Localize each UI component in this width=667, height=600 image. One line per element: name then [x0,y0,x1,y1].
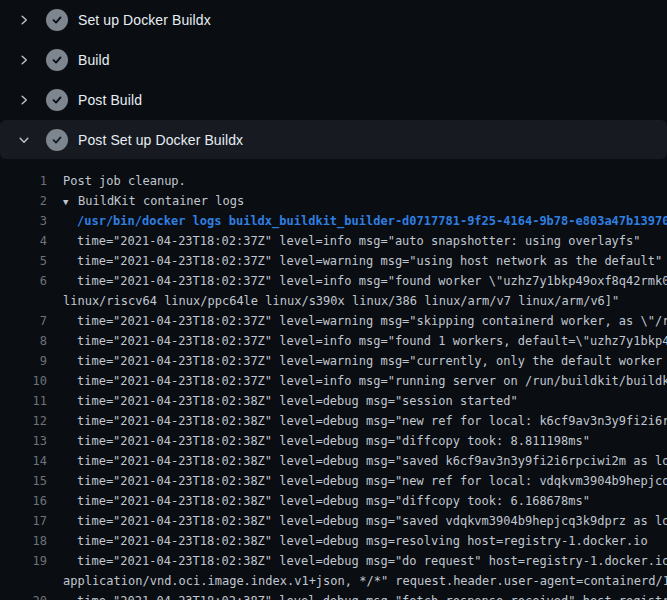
log-group-header[interactable]: ▼BuildKit container logs [47,191,244,211]
log-row: 9time="2021-04-23T18:02:37Z" level=warni… [0,351,667,371]
log-row: 15time="2021-04-23T18:02:38Z" level=debu… [0,471,667,491]
log-line-text: time="2021-04-23T18:02:38Z" level=debug … [47,551,667,571]
log-row: 16time="2021-04-23T18:02:38Z" level=debu… [0,491,667,511]
log-row: 12time="2021-04-23T18:02:38Z" level=debu… [0,411,667,431]
log-line-number[interactable]: 1 [0,171,47,191]
log-row: linux/riscv64 linux/ppc64le linux/s390x … [0,291,667,311]
step-row-set-up-docker-buildx[interactable]: Set up Docker Buildx [0,0,667,40]
log-viewer: 1Post job cleanup.2▼BuildKit container l… [0,159,667,600]
log-line-text: time="2021-04-23T18:02:37Z" level=info m… [47,231,641,251]
log-row: 5time="2021-04-23T18:02:37Z" level=warni… [0,251,667,271]
log-row: 7time="2021-04-23T18:02:37Z" level=warni… [0,311,667,331]
log-line-text: time="2021-04-23T18:02:38Z" level=debug … [47,491,590,511]
log-line-text: time="2021-04-23T18:02:37Z" level=info m… [47,331,667,351]
log-row: 10time="2021-04-23T18:02:37Z" level=info… [0,371,667,391]
log-line-number[interactable]: 20 [0,591,47,600]
log-row: 6time="2021-04-23T18:02:37Z" level=info … [0,271,667,291]
log-row: 8time="2021-04-23T18:02:37Z" level=info … [0,331,667,351]
step-row-post-build[interactable]: Post Build [0,80,667,120]
log-line-text: linux/riscv64 linux/ppc64le linux/s390x … [47,291,619,311]
log-row: 20time="2021-04-23T18:02:38Z" level=debu… [0,591,667,600]
log-line-text: time="2021-04-23T18:02:38Z" level=debug … [47,591,667,600]
log-line-text: time="2021-04-23T18:02:37Z" level=warnin… [47,351,667,371]
log-line-number[interactable]: 11 [0,391,47,411]
chevron-right-icon [12,12,36,28]
log-row: application/vnd.oci.image.index.v1+json,… [0,571,667,591]
success-icon [46,129,68,151]
log-line-text: time="2021-04-23T18:02:37Z" level=info m… [47,271,667,291]
steps-list: Set up Docker Buildx Build Post Build Po… [0,0,667,159]
chevron-down-icon [12,132,36,148]
group-toggle-icon[interactable]: ▼ [63,192,78,212]
log-line-number[interactable]: 7 [0,311,47,331]
log-line-number [0,571,47,591]
step-row-build[interactable]: Build [0,40,667,80]
success-icon [46,49,68,71]
log-row: 3/usr/bin/docker logs buildx_buildkit_bu… [0,211,667,231]
log-line-number[interactable]: 5 [0,251,47,271]
log-row: 13time="2021-04-23T18:02:38Z" level=debu… [0,431,667,451]
chevron-right-icon [12,92,36,108]
log-row: 17time="2021-04-23T18:02:38Z" level=debu… [0,511,667,531]
log-line-number[interactable]: 8 [0,331,47,351]
log-line-text: time="2021-04-23T18:02:38Z" level=debug … [47,531,648,551]
log-line-number[interactable]: 6 [0,271,47,291]
log-line-text: time="2021-04-23T18:02:38Z" level=debug … [47,391,518,411]
log-line-text: application/vnd.oci.image.index.v1+json,… [47,571,667,591]
log-line-text: Post job cleanup. [47,171,186,191]
log-row: 4time="2021-04-23T18:02:37Z" level=info … [0,231,667,251]
log-line-text: time="2021-04-23T18:02:38Z" level=debug … [47,451,667,471]
log-row: 1Post job cleanup. [0,171,667,191]
log-line-number[interactable]: 19 [0,551,47,571]
step-label: Build [78,52,110,68]
success-icon [46,9,68,31]
log-line-number[interactable]: 2 [0,191,47,211]
chevron-right-icon [12,52,36,68]
log-line-text: time="2021-04-23T18:02:37Z" level=warnin… [47,251,662,271]
success-icon [46,89,68,111]
log-line-number[interactable]: 4 [0,231,47,251]
log-line-text: time="2021-04-23T18:02:38Z" level=debug … [47,411,667,431]
log-line-number[interactable]: 13 [0,431,47,451]
log-line-number [0,291,47,311]
log-line-text: time="2021-04-23T18:02:38Z" level=debug … [47,511,667,531]
log-line-text: time="2021-04-23T18:02:38Z" level=debug … [47,471,667,491]
step-row-post-set-up-docker-buildx[interactable]: Post Set up Docker Buildx [0,120,667,159]
log-line-number[interactable]: 9 [0,351,47,371]
log-line-number[interactable]: 10 [0,371,47,391]
step-label: Post Build [78,92,142,108]
step-label: Set up Docker Buildx [78,12,211,28]
log-line-number[interactable]: 12 [0,411,47,431]
log-row: 18time="2021-04-23T18:02:38Z" level=debu… [0,531,667,551]
log-line-number[interactable]: 14 [0,451,47,471]
log-line-number[interactable]: 18 [0,531,47,551]
log-line-number[interactable]: 3 [0,211,47,231]
step-label: Post Set up Docker Buildx [78,132,243,148]
log-row: 2▼BuildKit container logs [0,191,667,211]
log-line-text: time="2021-04-23T18:02:38Z" level=debug … [47,431,590,451]
log-line-text: time="2021-04-23T18:02:37Z" level=info m… [47,371,667,391]
log-line-number[interactable]: 17 [0,511,47,531]
log-line-text: time="2021-04-23T18:02:37Z" level=warnin… [47,311,667,331]
log-row: 11time="2021-04-23T18:02:38Z" level=debu… [0,391,667,411]
log-row: 14time="2021-04-23T18:02:38Z" level=debu… [0,451,667,471]
log-row: 19time="2021-04-23T18:02:38Z" level=debu… [0,551,667,571]
log-line-number[interactable]: 16 [0,491,47,511]
log-command-text: /usr/bin/docker logs buildx_buildkit_bui… [47,211,667,231]
log-line-number[interactable]: 15 [0,471,47,491]
